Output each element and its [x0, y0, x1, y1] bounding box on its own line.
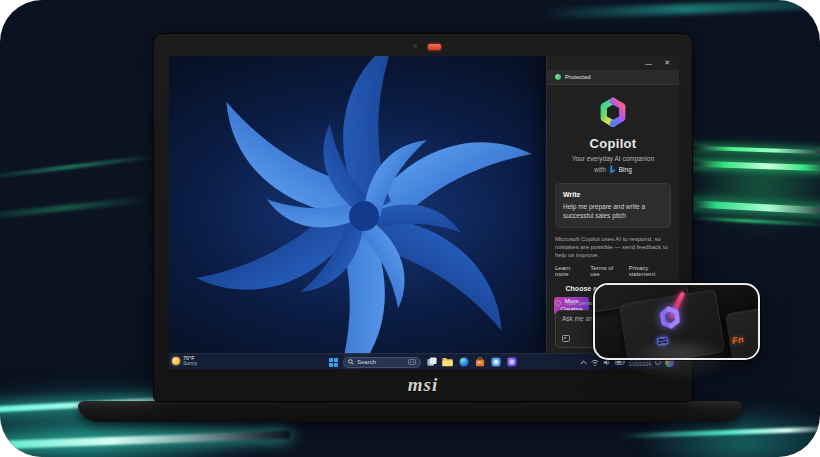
light-streak	[540, 0, 820, 19]
with-label: with	[594, 166, 606, 173]
weather-widget[interactable]: 70°F Sunny	[172, 355, 197, 367]
sun-icon	[172, 357, 180, 365]
copilot-title: Copilot	[547, 136, 679, 151]
task-view-icon[interactable]	[426, 357, 437, 368]
copilot-titlebar: — ✕	[547, 56, 679, 70]
light-streak	[0, 154, 160, 180]
light-streak	[620, 426, 820, 438]
start-button[interactable]	[329, 358, 338, 367]
info-circle-icon	[555, 300, 561, 306]
input-image-icon[interactable]	[562, 335, 570, 342]
keyboard-inset: Fn	[593, 283, 760, 360]
tray-date: 2/20/2024	[629, 362, 651, 368]
visual-search-icon	[408, 359, 416, 365]
store-icon[interactable]	[474, 357, 485, 368]
bing-label: Bing	[619, 166, 632, 173]
with-bing-row: with Bing	[547, 165, 679, 174]
terms-of-use-link[interactable]: Terms of use	[590, 265, 620, 277]
photos-icon[interactable]	[490, 357, 501, 368]
learn-more-link[interactable]: Learn more	[555, 265, 582, 277]
ai-disclaimer: Microsoft Copilot uses AI to respond, so…	[555, 236, 671, 259]
protected-label: Protected	[565, 74, 591, 80]
copilot-logo-icon	[547, 96, 679, 130]
marketing-scene: — ✕ Protected	[0, 0, 820, 457]
weather-condition: Sunny	[183, 361, 197, 367]
edge-browser-icon[interactable]	[458, 357, 469, 368]
taskbar-center: Search	[329, 354, 517, 369]
privacy-statement-link[interactable]: Privacy statement	[629, 265, 671, 277]
minimize-icon[interactable]: —	[645, 60, 652, 67]
light-streak	[0, 431, 290, 449]
search-icon	[348, 359, 354, 365]
write-card-body: Help me prepare and write a successful s…	[563, 202, 663, 220]
light-streak	[690, 216, 820, 226]
close-icon[interactable]: ✕	[664, 59, 670, 67]
write-suggestion-card[interactable]: Write Help me prepare and write a succes…	[555, 183, 671, 228]
copilot-subtitle: Your everyday AI companion	[547, 155, 679, 162]
light-streak	[0, 196, 150, 220]
legal-links: Learn more Terms of use Privacy statemen…	[555, 265, 671, 277]
light-streak	[686, 200, 820, 215]
protected-banner: Protected	[547, 70, 679, 85]
search-box[interactable]: Search	[343, 357, 421, 368]
chevron-up-icon[interactable]	[580, 360, 587, 365]
msi-logo: msi	[408, 374, 438, 396]
bing-icon	[609, 165, 616, 174]
search-placeholder: Search	[357, 359, 405, 365]
webcam-indicator	[428, 44, 441, 50]
webcam-icon	[412, 43, 420, 50]
copilot-key-icon	[655, 303, 685, 333]
wifi-icon[interactable]	[591, 359, 599, 366]
key-mist	[615, 336, 745, 360]
laptop-base	[78, 401, 742, 422]
light-streak	[690, 146, 820, 155]
write-card-title: Write	[563, 191, 663, 198]
file-explorer-icon[interactable]	[442, 357, 453, 368]
light-streak	[688, 160, 820, 171]
protected-shield-icon	[555, 74, 561, 80]
bezel-logo-area: msi	[154, 369, 692, 401]
dev-home-icon[interactable]	[506, 357, 517, 368]
